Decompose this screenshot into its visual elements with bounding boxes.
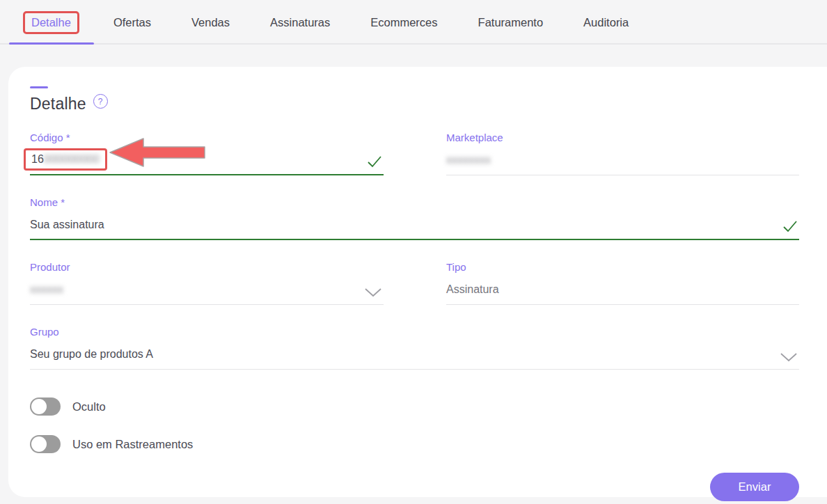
- tab-label: Assinaturas: [270, 16, 330, 29]
- tipo-label: Tipo: [446, 261, 799, 274]
- nome-input[interactable]: Sua assinatura: [30, 217, 799, 233]
- codigo-input[interactable]: 16 000000000: [30, 152, 384, 168]
- produtor-label: Produtor: [30, 261, 384, 274]
- field-codigo: Código * 16 000000000: [30, 132, 384, 175]
- tab-vendas[interactable]: Vendas: [171, 0, 250, 45]
- tab-ofertas[interactable]: Ofertas: [93, 0, 171, 45]
- enviar-button[interactable]: Enviar: [710, 473, 799, 501]
- tab-label: Detalhe: [31, 16, 71, 29]
- codigo-value-prefix: 16: [31, 152, 44, 167]
- nome-valid-check-icon: [782, 220, 798, 233]
- tabbar-divider: [0, 43, 827, 45]
- toggle-row-oculto: Oculto: [30, 397, 799, 416]
- tab-label: Ecommerces: [370, 16, 437, 29]
- tab-label: Faturamento: [478, 16, 544, 29]
- nome-label: Nome *: [30, 196, 799, 209]
- codigo-valid-check-icon: [367, 155, 382, 168]
- produtor-chevron-down-icon[interactable]: [364, 288, 382, 297]
- grupo-chevron-down-icon[interactable]: [780, 352, 798, 362]
- tab-detalhe[interactable]: Detalhe: [9, 0, 93, 45]
- tab-auditoria[interactable]: Auditoria: [563, 0, 649, 45]
- tab-assinaturas[interactable]: Assinaturas: [250, 0, 350, 45]
- field-marketplace: Marketplace xxxxxxxx: [446, 132, 799, 175]
- toggle-row-rastreamentos: Uso em Rastreamentos: [30, 435, 799, 453]
- active-tab-indicator: [9, 42, 94, 45]
- codigo-value-masked: 000000000: [44, 152, 100, 167]
- produtor-select[interactable]: xxxxxx: [30, 282, 384, 297]
- oculto-toggle[interactable]: [30, 397, 61, 416]
- produtor-value-masked: xxxxxx: [30, 282, 63, 297]
- toggle-knob: [31, 436, 47, 452]
- tab-label: Ofertas: [113, 16, 151, 29]
- codigo-label: Código *: [30, 132, 384, 144]
- field-nome: Nome * Sua assinatura: [30, 196, 799, 240]
- grupo-select[interactable]: Seu grupo de produtos A: [30, 347, 799, 362]
- oculto-toggle-label: Oculto: [72, 400, 106, 414]
- field-grupo: Grupo Seu grupo de produtos A: [30, 326, 799, 370]
- help-icon[interactable]: ?: [93, 94, 108, 109]
- marketplace-label: Marketplace: [446, 132, 799, 144]
- marketplace-value-masked: xxxxxxxx: [446, 152, 491, 168]
- field-produtor: Produtor xxxxxx: [30, 261, 384, 305]
- heading-accent-dash: [30, 86, 48, 88]
- tab-label: Auditoria: [583, 16, 629, 29]
- tipo-value: Assinatura: [446, 282, 799, 297]
- uso-em-rastreamentos-toggle[interactable]: [30, 435, 61, 453]
- page-title: Detalhe: [30, 95, 86, 113]
- tab-label: Vendas: [191, 16, 230, 29]
- tab-faturamento[interactable]: Faturamento: [458, 0, 564, 45]
- toggle-knob: [31, 399, 47, 414]
- tab-bar: Detalhe Ofertas Vendas Assinaturas Ecomm…: [0, 0, 827, 45]
- detail-panel: Detalhe ? Código * 16 000000000 Marketpl…: [8, 67, 827, 497]
- annotation-highlight-box-tab: Detalhe: [23, 11, 79, 34]
- annotation-highlight-box-codigo: 16 000000000: [24, 148, 107, 171]
- tab-ecommerces[interactable]: Ecommerces: [350, 0, 457, 45]
- field-tipo: Tipo Assinatura: [446, 261, 799, 305]
- grupo-label: Grupo: [30, 326, 799, 338]
- uso-em-rastreamentos-toggle-label: Uso em Rastreamentos: [72, 438, 193, 451]
